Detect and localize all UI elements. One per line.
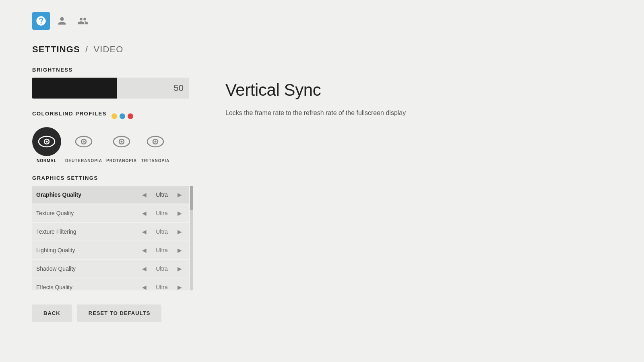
shadow-quality-label: Shadow Quality: [36, 265, 138, 272]
deuteranopia-icon-wrap: [69, 127, 98, 156]
lighting-quality-label: Lighting Quality: [36, 247, 138, 253]
settings-container: Graphics Quality ◀ Ultra ▶ Texture Quali…: [32, 186, 193, 290]
graphics-quality-prev[interactable]: ◀: [138, 189, 150, 200]
texture-quality-next[interactable]: ▶: [174, 208, 185, 219]
protanopia-icon-wrap: [107, 127, 136, 156]
back-button[interactable]: BACK: [32, 304, 72, 322]
help-nav-icon[interactable]: [32, 12, 50, 30]
colorblind-section: COLORBLIND PROFILES NORMAL: [32, 111, 233, 163]
svg-point-2: [46, 141, 48, 143]
texture-quality-prev[interactable]: ◀: [138, 208, 150, 219]
user-nav-icon[interactable]: [53, 12, 71, 30]
effects-quality-prev[interactable]: ◀: [138, 282, 150, 290]
texture-filtering-row[interactable]: Texture Filtering ◀ Ultra ▶: [32, 223, 189, 241]
breadcrumb-main: SETTINGS: [32, 44, 80, 54]
effects-quality-next[interactable]: ▶: [174, 282, 185, 290]
shadow-quality-value: Ultra: [150, 265, 174, 272]
reset-button[interactable]: RESET TO DEFAULTS: [77, 304, 162, 322]
brightness-slider[interactable]: 50: [32, 78, 189, 99]
protanopia-label: PROTANOPIA: [106, 158, 137, 163]
colorblind-options: NORMAL DEUTERANOPIA: [32, 127, 233, 163]
texture-filtering-value: Ultra: [150, 228, 174, 235]
dot-blue: [120, 113, 125, 119]
texture-quality-value: Ultra: [150, 210, 174, 216]
breadcrumb: SETTINGS / VIDEO: [32, 44, 233, 55]
main-content: SETTINGS / VIDEO BRIGHTNESS 50 COLORBLIN…: [32, 44, 233, 298]
graphics-quality-next[interactable]: ▶: [174, 189, 185, 200]
svg-point-8: [120, 141, 122, 143]
colorblind-header: COLORBLIND PROFILES: [32, 111, 233, 121]
lighting-quality-row[interactable]: Lighting Quality ◀ Ultra ▶: [32, 241, 189, 259]
shadow-quality-prev[interactable]: ◀: [138, 263, 150, 274]
effects-quality-label: Effects Quality: [36, 284, 138, 290]
bottom-buttons: BACK RESET TO DEFAULTS: [32, 304, 161, 322]
texture-quality-row[interactable]: Texture Quality ◀ Ultra ▶: [32, 204, 189, 222]
breadcrumb-slash: /: [83, 44, 91, 54]
svg-point-5: [83, 141, 85, 143]
graphics-section-label: GRAPHICS SETTINGS: [32, 175, 233, 181]
deuteranopia-label: DEUTERANOPIA: [65, 158, 102, 163]
lighting-quality-next[interactable]: ▶: [174, 245, 185, 256]
texture-filtering-label: Texture Filtering: [36, 228, 138, 235]
colorblind-tritanopia[interactable]: TRITANOPIA: [141, 127, 170, 163]
top-nav: [32, 12, 92, 30]
brightness-value: 50: [174, 83, 184, 93]
graphics-quality-value: Ultra: [150, 191, 174, 198]
svg-point-11: [154, 141, 156, 143]
color-dots: [111, 113, 133, 119]
shadow-quality-row[interactable]: Shadow Quality ◀ Ultra ▶: [32, 260, 189, 278]
texture-filtering-next[interactable]: ▶: [174, 226, 185, 237]
shadow-quality-next[interactable]: ▶: [174, 263, 185, 274]
effects-quality-row[interactable]: Effects Quality ◀ Ultra ▶: [32, 278, 189, 290]
lighting-quality-value: Ultra: [150, 247, 174, 253]
lighting-quality-prev[interactable]: ◀: [138, 245, 150, 256]
dot-yellow: [111, 113, 117, 119]
info-panel: Vertical Sync Locks the frame rate to th…: [225, 80, 427, 118]
texture-filtering-prev[interactable]: ◀: [138, 226, 150, 237]
colorblind-protanopia[interactable]: PROTANOPIA: [106, 127, 137, 163]
info-title: Vertical Sync: [225, 80, 427, 100]
graphics-section: GRAPHICS SETTINGS Graphics Quality ◀ Ult…: [32, 175, 233, 290]
normal-icon-wrap: [32, 127, 61, 156]
group-nav-icon[interactable]: [74, 12, 92, 30]
scrollbar-thumb[interactable]: [190, 186, 193, 210]
effects-quality-value: Ultra: [150, 284, 174, 290]
breadcrumb-sub: VIDEO: [93, 44, 123, 54]
info-description: Locks the frame rate to the refresh rate…: [225, 108, 427, 118]
normal-label: NORMAL: [37, 158, 57, 163]
dot-red: [128, 113, 133, 119]
tritanopia-icon-wrap: [141, 127, 170, 156]
graphics-quality-label: Graphics Quality: [36, 191, 138, 198]
colorblind-label: COLORBLIND PROFILES: [32, 111, 107, 117]
colorblind-normal[interactable]: NORMAL: [32, 127, 61, 163]
graphics-quality-row[interactable]: Graphics Quality ◀ Ultra ▶: [32, 186, 189, 204]
settings-box: Graphics Quality ◀ Ultra ▶ Texture Quali…: [32, 186, 189, 290]
colorblind-deuteranopia[interactable]: DEUTERANOPIA: [65, 127, 102, 163]
tritanopia-label: TRITANOPIA: [141, 158, 169, 163]
scrollbar-track[interactable]: [190, 186, 193, 290]
brightness-fill: [32, 78, 117, 99]
texture-quality-label: Texture Quality: [36, 210, 138, 216]
brightness-label: BRIGHTNESS: [32, 67, 233, 73]
